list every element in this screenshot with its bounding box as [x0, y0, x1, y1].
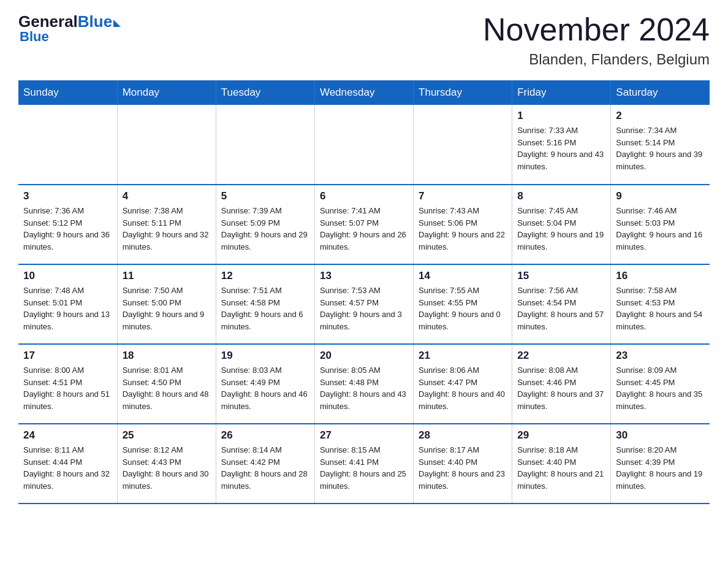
calendar-cell: 7Sunrise: 7:43 AMSunset: 5:06 PMDaylight… — [414, 185, 512, 264]
day-number: 1 — [517, 110, 605, 122]
calendar-cell: 23Sunrise: 8:09 AMSunset: 4:45 PMDayligh… — [611, 344, 710, 424]
day-number: 15 — [517, 270, 605, 282]
calendar-week-row: 3Sunrise: 7:36 AMSunset: 5:12 PMDaylight… — [18, 185, 710, 264]
calendar-cell: 30Sunrise: 8:20 AMSunset: 4:39 PMDayligh… — [611, 424, 710, 504]
weekday-header-tuesday: Tuesday — [216, 80, 314, 105]
day-number: 20 — [320, 350, 408, 362]
calendar-cell: 25Sunrise: 8:12 AMSunset: 4:43 PMDayligh… — [117, 424, 216, 504]
day-number: 25 — [123, 429, 211, 442]
weekday-header-monday: Monday — [117, 80, 216, 105]
day-info: Sunrise: 8:00 AMSunset: 4:51 PMDaylight:… — [23, 364, 112, 412]
calendar-cell — [117, 105, 216, 185]
calendar-cell: 20Sunrise: 8:05 AMSunset: 4:48 PMDayligh… — [314, 344, 413, 424]
calendar-cell — [414, 105, 512, 185]
calendar-cell: 12Sunrise: 7:51 AMSunset: 4:58 PMDayligh… — [216, 264, 314, 344]
day-number: 13 — [320, 270, 408, 282]
day-info: Sunrise: 7:34 AMSunset: 5:14 PMDaylight:… — [616, 124, 705, 172]
day-info: Sunrise: 7:36 AMSunset: 5:12 PMDaylight:… — [23, 205, 112, 253]
calendar-cell: 11Sunrise: 7:50 AMSunset: 5:00 PMDayligh… — [117, 264, 216, 344]
calendar-cell: 9Sunrise: 7:46 AMSunset: 5:03 PMDaylight… — [611, 185, 710, 264]
title-section: November 2024 Blanden, Flanders, Belgium — [483, 12, 710, 68]
day-info: Sunrise: 7:50 AMSunset: 5:00 PMDaylight:… — [123, 285, 211, 332]
day-number: 10 — [23, 270, 112, 282]
weekday-header-saturday: Saturday — [611, 80, 710, 105]
calendar-cell: 26Sunrise: 8:14 AMSunset: 4:42 PMDayligh… — [216, 424, 314, 504]
calendar-week-row: 24Sunrise: 8:11 AMSunset: 4:44 PMDayligh… — [18, 424, 710, 504]
day-number: 28 — [419, 429, 507, 442]
day-info: Sunrise: 7:58 AMSunset: 4:53 PMDaylight:… — [616, 285, 705, 332]
day-info: Sunrise: 7:45 AMSunset: 5:04 PMDaylight:… — [517, 205, 605, 253]
day-info: Sunrise: 7:53 AMSunset: 4:57 PMDaylight:… — [320, 285, 408, 332]
calendar-cell — [18, 105, 117, 185]
calendar-cell: 27Sunrise: 8:15 AMSunset: 4:41 PMDayligh… — [314, 424, 413, 504]
calendar-cell: 21Sunrise: 8:06 AMSunset: 4:47 PMDayligh… — [414, 344, 512, 424]
calendar-header: SundayMondayTuesdayWednesdayThursdayFrid… — [18, 80, 710, 105]
day-number: 24 — [23, 429, 112, 442]
calendar-table: SundayMondayTuesdayWednesdayThursdayFrid… — [18, 80, 710, 504]
day-info: Sunrise: 8:01 AMSunset: 4:50 PMDaylight:… — [123, 364, 211, 412]
weekday-header-sunday: Sunday — [18, 80, 117, 105]
logo-arrow-icon — [113, 20, 121, 27]
calendar-cell: 22Sunrise: 8:08 AMSunset: 4:46 PMDayligh… — [512, 344, 611, 424]
day-number: 5 — [221, 190, 309, 202]
calendar-cell: 15Sunrise: 7:56 AMSunset: 4:54 PMDayligh… — [512, 264, 611, 344]
calendar-cell: 24Sunrise: 8:11 AMSunset: 4:44 PMDayligh… — [18, 424, 117, 504]
day-info: Sunrise: 8:05 AMSunset: 4:48 PMDaylight:… — [320, 364, 408, 412]
day-info: Sunrise: 8:09 AMSunset: 4:45 PMDaylight:… — [616, 364, 705, 412]
day-info: Sunrise: 8:11 AMSunset: 4:44 PMDaylight:… — [23, 444, 112, 492]
day-info: Sunrise: 7:41 AMSunset: 5:07 PMDaylight:… — [320, 205, 408, 253]
calendar-cell: 8Sunrise: 7:45 AMSunset: 5:04 PMDaylight… — [512, 185, 611, 264]
calendar-cell — [314, 105, 413, 185]
calendar-week-row: 10Sunrise: 7:48 AMSunset: 5:01 PMDayligh… — [18, 264, 710, 344]
calendar-cell: 10Sunrise: 7:48 AMSunset: 5:01 PMDayligh… — [18, 264, 117, 344]
calendar-week-row: 1Sunrise: 7:33 AMSunset: 5:16 PMDaylight… — [18, 105, 710, 185]
calendar-cell — [216, 105, 314, 185]
day-number: 16 — [616, 270, 705, 282]
day-number: 4 — [123, 190, 211, 202]
calendar-cell: 3Sunrise: 7:36 AMSunset: 5:12 PMDaylight… — [18, 185, 117, 264]
day-info: Sunrise: 7:39 AMSunset: 5:09 PMDaylight:… — [221, 205, 309, 253]
calendar-week-row: 17Sunrise: 8:00 AMSunset: 4:51 PMDayligh… — [18, 344, 710, 424]
day-info: Sunrise: 7:46 AMSunset: 5:03 PMDaylight:… — [616, 205, 705, 253]
calendar-cell: 19Sunrise: 8:03 AMSunset: 4:49 PMDayligh… — [216, 344, 314, 424]
day-info: Sunrise: 8:03 AMSunset: 4:49 PMDaylight:… — [221, 364, 309, 412]
day-info: Sunrise: 8:20 AMSunset: 4:39 PMDaylight:… — [616, 444, 705, 492]
calendar-cell: 13Sunrise: 7:53 AMSunset: 4:57 PMDayligh… — [314, 264, 413, 344]
day-number: 14 — [419, 270, 507, 282]
day-info: Sunrise: 7:33 AMSunset: 5:16 PMDaylight:… — [517, 124, 605, 172]
day-number: 22 — [517, 350, 605, 362]
day-number: 27 — [320, 429, 408, 442]
weekday-header-wednesday: Wednesday — [314, 80, 413, 105]
day-number: 29 — [517, 429, 605, 442]
day-info: Sunrise: 8:14 AMSunset: 4:42 PMDaylight:… — [221, 444, 309, 492]
logo-bottom-text: Blue — [20, 29, 49, 45]
logo-blue-text: Blue — [78, 12, 112, 31]
day-info: Sunrise: 7:43 AMSunset: 5:06 PMDaylight:… — [419, 205, 507, 253]
page-header: GeneralBlue Blue November 2024 Blanden, … — [18, 12, 710, 68]
day-info: Sunrise: 8:15 AMSunset: 4:41 PMDaylight:… — [320, 444, 408, 492]
calendar-cell: 16Sunrise: 7:58 AMSunset: 4:53 PMDayligh… — [611, 264, 710, 344]
calendar-cell: 4Sunrise: 7:38 AMSunset: 5:11 PMDaylight… — [117, 185, 216, 264]
day-number: 18 — [123, 350, 211, 362]
calendar-cell: 28Sunrise: 8:17 AMSunset: 4:40 PMDayligh… — [414, 424, 512, 504]
calendar-cell: 17Sunrise: 8:00 AMSunset: 4:51 PMDayligh… — [18, 344, 117, 424]
day-number: 21 — [419, 350, 507, 362]
day-number: 12 — [221, 270, 309, 282]
day-number: 8 — [517, 190, 605, 202]
day-info: Sunrise: 7:56 AMSunset: 4:54 PMDaylight:… — [517, 285, 605, 332]
calendar-cell: 2Sunrise: 7:34 AMSunset: 5:14 PMDaylight… — [611, 105, 710, 185]
weekday-header-thursday: Thursday — [414, 80, 512, 105]
day-number: 6 — [320, 190, 408, 202]
day-info: Sunrise: 8:18 AMSunset: 4:40 PMDaylight:… — [517, 444, 605, 492]
day-info: Sunrise: 7:48 AMSunset: 5:01 PMDaylight:… — [23, 285, 112, 332]
day-number: 3 — [23, 190, 112, 202]
day-info: Sunrise: 8:06 AMSunset: 4:47 PMDaylight:… — [419, 364, 507, 412]
calendar-cell: 5Sunrise: 7:39 AMSunset: 5:09 PMDaylight… — [216, 185, 314, 264]
calendar-body: 1Sunrise: 7:33 AMSunset: 5:16 PMDaylight… — [18, 105, 710, 504]
day-info: Sunrise: 8:08 AMSunset: 4:46 PMDaylight:… — [517, 364, 605, 412]
day-number: 7 — [419, 190, 507, 202]
day-info: Sunrise: 7:38 AMSunset: 5:11 PMDaylight:… — [123, 205, 211, 253]
weekday-header-friday: Friday — [512, 80, 611, 105]
month-title: November 2024 — [483, 12, 710, 47]
day-info: Sunrise: 7:55 AMSunset: 4:55 PMDaylight:… — [419, 285, 507, 332]
